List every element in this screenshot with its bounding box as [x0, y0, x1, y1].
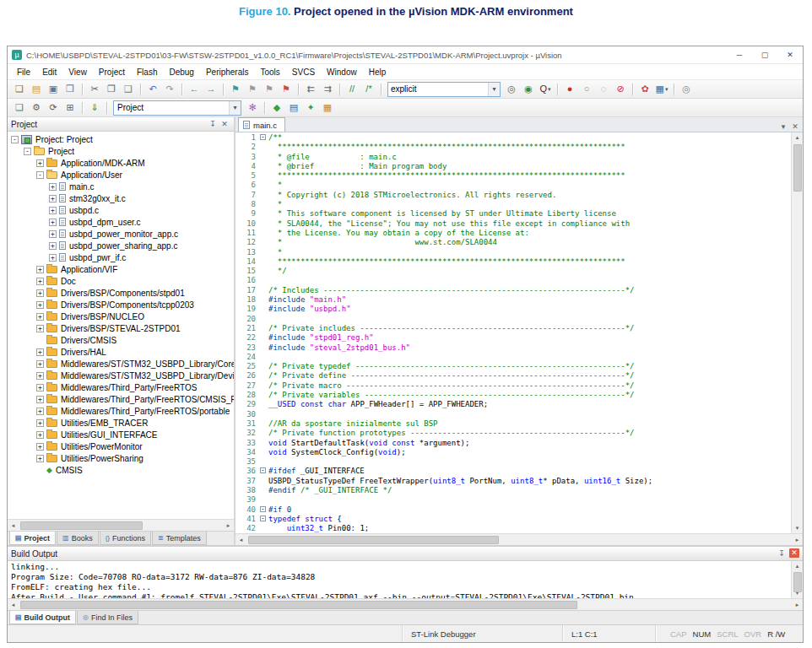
menu-debug[interactable]: Debug [163, 68, 199, 77]
bookmark-toggle-icon[interactable]: ⚑ [228, 82, 243, 96]
bookmark-next-icon[interactable]: ⚑ [262, 82, 277, 96]
trace-icon[interactable]: ✿ [637, 82, 652, 96]
copy-icon[interactable]: ❐ [104, 82, 119, 96]
editor-hscroll-track[interactable] [246, 535, 792, 545]
tree-item[interactable]: +usbpd_dpm_user.c [8, 216, 234, 228]
tree-expander-icon[interactable]: + [49, 242, 57, 250]
save-icon[interactable]: ▣ [46, 82, 61, 96]
tree-item[interactable]: +Middlewares/ST/STM32_USBPD_Library/Devi… [8, 370, 234, 381]
menu-tools[interactable]: Tools [255, 68, 286, 77]
new-file-icon[interactable]: ❏ [12, 82, 27, 96]
unindent-icon[interactable]: ⇇ [303, 82, 318, 96]
build-output-text[interactable]: linking...Program Size: Code=70708 RO-da… [8, 561, 791, 598]
menu-file[interactable]: File [11, 68, 36, 77]
save-all-icon[interactable]: ❒ [62, 82, 78, 96]
scroll-right-icon[interactable]: ▸ [223, 521, 234, 531]
disable-all-breakpoints-icon[interactable]: ◌ [596, 82, 611, 96]
editor-vscroll-track[interactable] [793, 143, 803, 523]
pin-icon[interactable]: ↧ [207, 119, 219, 129]
tree-expander-icon[interactable]: - [24, 148, 31, 155]
scroll-down-icon[interactable]: ▾ [792, 523, 803, 533]
editor-vertical-scrollbar[interactable]: ▴ ▾ [791, 132, 803, 533]
tree-expander-icon[interactable]: + [36, 278, 44, 285]
tree-item[interactable]: +Utilities/PowerSharing [8, 452, 234, 464]
tree-item[interactable]: +usbpd_power_monitor_app.c [8, 228, 234, 240]
editor-horizontal-scrollbar[interactable]: ◂ ▸ [235, 533, 803, 545]
tree-item[interactable]: +main.c [8, 181, 234, 192]
tree-item[interactable]: +Utilities/GUI_INTERFACE [8, 429, 234, 440]
tree-item[interactable]: +Middlewares/ST/STM32_USBPD_Library/Core [8, 358, 234, 370]
document-list-dropdown-icon[interactable]: ▾ [777, 122, 789, 132]
bookmark-previous-icon[interactable]: ⚑ [245, 82, 260, 96]
tree-expander-icon[interactable]: + [36, 408, 44, 415]
maximize-button[interactable]: ▢ [752, 47, 777, 63]
batch-build-icon[interactable]: ⊞ [62, 100, 78, 115]
editor-hscroll-thumb[interactable] [248, 536, 499, 544]
bookmark-clear-all-icon[interactable]: ⚑ [279, 82, 294, 96]
close-panel-icon[interactable]: ✕ [789, 548, 799, 558]
comment-selection-icon[interactable]: // [344, 82, 360, 96]
tree-item[interactable]: +Utilities/EMB_TRACER [8, 417, 234, 429]
tree-expander-icon[interactable]: + [36, 443, 44, 451]
tree-item[interactable]: +Drivers/BSP/Components/stpd01 [8, 287, 234, 299]
manage-project-items-icon[interactable]: ▤ [286, 100, 301, 115]
tree-item[interactable]: +Application/VIF [8, 263, 234, 275]
scroll-right-icon[interactable]: ▸ [792, 535, 803, 545]
tree-expander-icon[interactable]: + [49, 195, 57, 202]
tree-expander-icon[interactable]: + [36, 289, 44, 297]
uncomment-selection-icon[interactable]: /* [361, 82, 376, 96]
bo-hscroll-thumb[interactable] [20, 601, 577, 609]
tree-expander-icon[interactable]: + [49, 183, 57, 191]
indent-icon[interactable]: ⇉ [320, 82, 335, 96]
paste-icon[interactable]: ❑ [121, 82, 136, 96]
tree-item[interactable]: +◆CMSIS [8, 464, 234, 476]
target-select[interactable]: Project▾ [113, 100, 241, 116]
tree-item[interactable]: +Middlewares/Third_Party/FreeRTOS/CMSIS_… [8, 393, 234, 405]
fold-marker-icon[interactable]: - [259, 467, 268, 476]
tree-item[interactable]: +Middlewares/Third_Party/FreeRTOS/portab… [8, 405, 234, 417]
window-layout-icon[interactable]: ▦▾ [654, 82, 669, 96]
tab-functions[interactable]: {}Functions [100, 532, 151, 545]
tree-expander-icon[interactable]: + [36, 372, 44, 380]
pin-icon[interactable]: ↧ [776, 548, 788, 559]
close-panel-icon[interactable]: ✕ [219, 119, 230, 129]
scroll-up-icon[interactable]: ▴ [792, 132, 803, 143]
find-next-icon[interactable]: ◉ [521, 82, 536, 96]
fold-marker-icon[interactable]: - [259, 133, 268, 143]
tab-project[interactable]: ▤Project [9, 532, 56, 545]
editor-tab-main-c[interactable]: main.c [238, 117, 285, 132]
bo-vscroll-thumb[interactable] [793, 572, 802, 592]
tab-templates[interactable]: ≣Templates [152, 532, 207, 545]
kill-all-breakpoints-icon[interactable]: ⊘ [613, 82, 628, 96]
manage-rte-icon[interactable]: ◆ [269, 100, 284, 115]
tree-expander-icon[interactable]: + [36, 419, 44, 427]
find-in-files-icon[interactable]: ◎ [504, 82, 519, 96]
tree-expander-icon[interactable]: + [49, 254, 57, 262]
build-output-vertical-scrollbar[interactable]: ▴ ▾ [791, 561, 803, 598]
tree-item[interactable]: +Drivers/BSP/Components/tcpp0203 [8, 299, 234, 310]
pack-installer-icon[interactable]: ▦ [320, 100, 335, 115]
tree-expander-icon[interactable]: + [49, 207, 57, 214]
editor-vscroll-thumb[interactable] [793, 144, 802, 192]
tree-item[interactable]: +usbpd_pwr_if.c [8, 251, 234, 263]
find-combobox[interactable]: ▾ [387, 82, 501, 97]
insert-breakpoint-icon[interactable]: ● [562, 82, 577, 96]
scroll-left-icon[interactable]: ◂ [8, 521, 19, 531]
menu-help[interactable]: Help [363, 68, 392, 77]
tab-books[interactable]: ▥Books [57, 532, 99, 545]
build-icon[interactable]: ⚙ [29, 100, 44, 115]
tree-expander-icon[interactable]: + [36, 396, 44, 403]
quick-find-dropdown-icon[interactable]: ▾ [548, 86, 551, 93]
tree-expander-icon[interactable]: + [36, 455, 44, 462]
tab-find-in-files[interactable]: ◎Find In Files [77, 611, 138, 624]
tree-item[interactable]: +Drivers/BSP/NUCLEO [8, 310, 234, 322]
find-input[interactable] [388, 84, 488, 95]
scroll-up-icon[interactable]: ▴ [792, 561, 803, 571]
run-time-env-icon[interactable]: ✦ [303, 100, 318, 115]
tree-expander-icon[interactable]: + [36, 301, 44, 309]
tree-expander-icon[interactable]: + [36, 159, 44, 167]
window-layout-dropdown-icon[interactable]: ▾ [665, 86, 669, 93]
tree-expander-icon[interactable]: + [36, 325, 44, 332]
tree-item[interactable]: +Utilities/PowerMonitor [8, 440, 234, 452]
tree-item[interactable]: -Project: Project [8, 133, 234, 145]
